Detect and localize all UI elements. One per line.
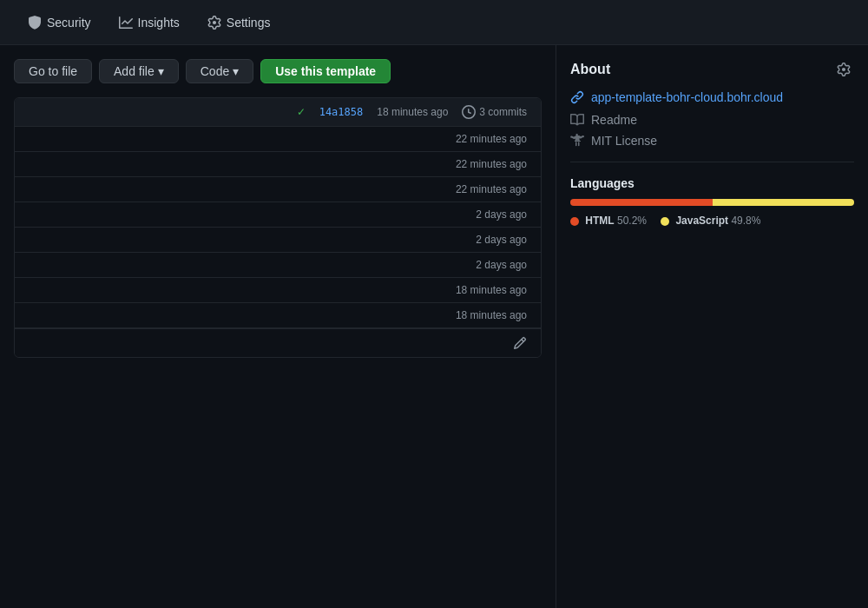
table-row: 22 minutes ago: [15, 177, 541, 202]
left-panel: Go to file Add file ▾ Code ▾ Use this te…: [0, 45, 556, 608]
table-row: 18 minutes ago: [15, 303, 541, 328]
html-legend-item: HTML 50.2%: [570, 215, 647, 227]
nav-item-settings[interactable]: Settings: [194, 9, 285, 36]
js-dot: [661, 217, 669, 226]
nav-bar: Security Insights Settings: [0, 0, 868, 45]
table-row: 22 minutes ago: [15, 127, 541, 152]
language-legend: HTML 50.2% JavaScript 49.8%: [570, 215, 854, 227]
file-time: 22 minutes ago: [456, 183, 527, 195]
table-row: 2 days ago: [15, 202, 541, 228]
commit-header-row: ✓ 14a1858 18 minutes ago 3 commits: [15, 98, 541, 127]
use-template-container: Use this template: [260, 59, 391, 83]
html-dot: [570, 217, 579, 226]
languages-section: Languages HTML 50.2% JavaScript 49.8%: [570, 176, 854, 227]
file-time: 18 minutes ago: [456, 284, 527, 296]
js-bar-segment: [713, 199, 854, 206]
code-button[interactable]: Code ▾: [186, 59, 253, 83]
right-panel: About app-template-bohr-cloud.bohr.cloud…: [556, 45, 868, 608]
nav-item-insights[interactable]: Insights: [105, 9, 194, 36]
go-to-file-button[interactable]: Go to file: [14, 59, 92, 83]
about-header: About: [570, 59, 854, 80]
nav-item-security[interactable]: Security: [14, 9, 105, 36]
html-lang-name: HTML: [585, 215, 614, 227]
law-icon: [570, 134, 584, 148]
about-gear-icon: [837, 63, 851, 76]
table-row: 2 days ago: [15, 253, 541, 278]
html-lang-percent: 50.2%: [617, 215, 647, 227]
commit-time: 18 minutes ago: [377, 106, 448, 118]
commit-count: 3 commits: [462, 105, 527, 119]
toolbar: Go to file Add file ▾ Code ▾ Use this te…: [14, 59, 542, 83]
file-time: 18 minutes ago: [456, 309, 527, 321]
nav-security-label: Security: [47, 16, 91, 30]
nav-settings-label: Settings: [227, 16, 271, 30]
graph-icon: [119, 16, 133, 30]
about-divider: [570, 162, 854, 162]
pencil-icon[interactable]: [513, 336, 527, 350]
file-time: 22 minutes ago: [456, 133, 527, 145]
file-time: 2 days ago: [476, 208, 527, 221]
file-time: 2 days ago: [476, 234, 527, 246]
nav-insights-label: Insights: [138, 16, 180, 30]
book-icon: [570, 113, 584, 127]
js-lang-name: JavaScript: [675, 215, 728, 227]
js-legend-item: JavaScript 49.8%: [661, 215, 760, 227]
main-container: Go to file Add file ▾ Code ▾ Use this te…: [0, 45, 868, 608]
table-row: 22 minutes ago: [15, 152, 541, 177]
repo-link[interactable]: app-template-bohr-cloud.bohr.cloud: [570, 90, 854, 104]
add-file-chevron-icon: ▾: [158, 64, 164, 78]
languages-title: Languages: [570, 176, 854, 190]
link-icon: [570, 90, 584, 104]
code-chevron-icon: ▾: [233, 64, 239, 78]
commit-hash[interactable]: 14a1858: [319, 106, 364, 118]
add-file-button[interactable]: Add file ▾: [99, 59, 179, 83]
settings-gear-icon: [207, 16, 221, 30]
language-bar: [570, 199, 854, 206]
js-lang-percent: 49.8%: [731, 215, 760, 227]
readme-item: Readme: [570, 113, 854, 127]
clock-icon: [462, 105, 476, 119]
license-item: MIT License: [570, 134, 854, 148]
table-row: 2 days ago: [15, 228, 541, 253]
file-time: 2 days ago: [476, 259, 527, 271]
html-bar-segment: [570, 199, 713, 206]
edit-row: [15, 328, 541, 357]
table-row: 18 minutes ago: [15, 278, 541, 303]
file-table: ✓ 14a1858 18 minutes ago 3 commits 22 mi…: [14, 97, 542, 358]
use-template-button[interactable]: Use this template: [260, 59, 391, 83]
about-settings-button[interactable]: [833, 59, 854, 80]
commit-check-icon: ✓: [297, 106, 306, 118]
file-time: 22 minutes ago: [456, 158, 527, 170]
shield-icon: [28, 16, 42, 30]
about-title: About: [570, 62, 610, 77]
red-arrow-annotation: [278, 45, 347, 55]
